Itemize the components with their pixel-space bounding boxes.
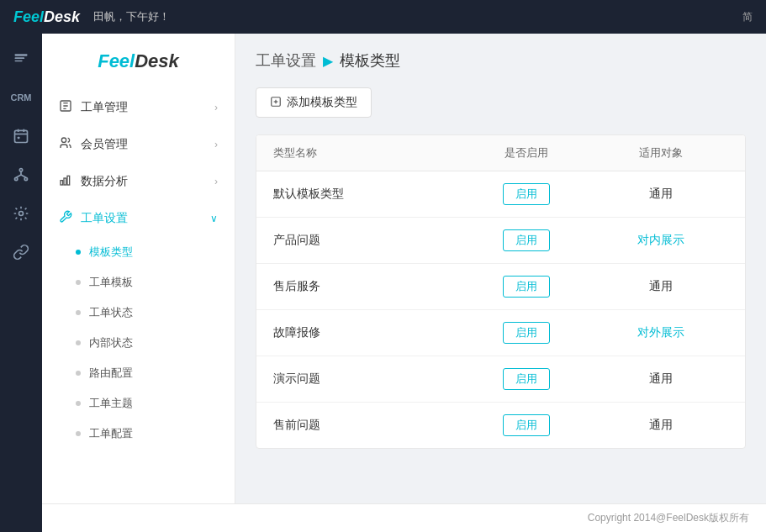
row-name-5: 售前问题 — [273, 418, 459, 433]
svg-rect-7 — [18, 137, 19, 140]
row-enabled-3: 启用 — [459, 322, 594, 344]
sub-nav-label-routing-config: 路由配置 — [89, 366, 133, 381]
top-bar-right: 简 — [742, 10, 753, 24]
table-row: 售前问题 启用 通用 — [256, 403, 745, 448]
breadcrumb-parent: 工单设置 — [256, 50, 316, 71]
sub-nav-label-ticket-config: 工单配置 — [89, 426, 133, 441]
sub-nav: 模板类型 工单模板 工单状态 内部状态 路由配置 工单主题 — [42, 237, 235, 449]
status-badge-0[interactable]: 启用 — [503, 183, 550, 205]
sidebar-icon-calendar[interactable] — [4, 119, 38, 153]
member-mgmt-icon — [59, 136, 72, 153]
dot-routing-config — [76, 371, 81, 376]
row-enabled-0: 启用 — [459, 183, 594, 205]
nav-item-ticket-mgmt[interactable]: 工单管理 › — [42, 89, 235, 126]
sub-nav-ticket-status[interactable]: 工单状态 — [42, 298, 235, 328]
dot-template-type — [76, 250, 81, 255]
svg-rect-0 — [15, 54, 28, 56]
icon-sidebar: CRM — [0, 34, 42, 532]
breadcrumb: 工单设置 ▶ 模板类型 — [256, 50, 746, 71]
row-enabled-4: 启用 — [459, 368, 594, 390]
nav-arrow-ticket-mgmt: › — [214, 102, 218, 113]
status-badge-4[interactable]: 启用 — [503, 368, 550, 390]
left-nav-panel: ​FeelDesk 工单管理 › 会员管理 › 数据分析 › — [42, 34, 235, 532]
row-enabled-2: 启用 — [459, 276, 594, 298]
ticket-settings-icon — [59, 210, 72, 227]
svg-point-10 — [24, 177, 27, 180]
nav-arrow-member-mgmt: › — [214, 139, 218, 150]
left-nav-logo: ​FeelDesk — [42, 50, 235, 72]
svg-rect-2 — [15, 61, 23, 62]
data-analysis-icon — [59, 173, 72, 190]
svg-rect-19 — [67, 176, 70, 185]
svg-rect-3 — [15, 130, 28, 142]
sidebar-icon-settings[interactable] — [4, 197, 38, 230]
add-button-label: 添加模板类型 — [287, 95, 357, 110]
status-badge-1[interactable]: 启用 — [503, 229, 550, 251]
dot-ticket-theme — [76, 401, 81, 406]
nav-arrow-data-analysis: › — [214, 176, 218, 187]
sub-nav-routing-config[interactable]: 路由配置 — [42, 358, 235, 388]
breadcrumb-separator: ▶ — [323, 53, 333, 69]
table-row: 故障报修 启用 对外展示 — [256, 310, 745, 356]
sub-nav-ticket-config[interactable]: 工单配置 — [42, 419, 235, 449]
nav-arrow-ticket-settings: ∨ — [210, 213, 218, 224]
sub-nav-label-ticket-status: 工单状态 — [89, 305, 133, 320]
content-area: 工单设置 ▶ 模板类型 添加模板类型 类型名称 是否启用 适用对象 默认模板类型… — [235, 34, 766, 532]
footer: Copyright 2014@FeelDesk版权所有 — [42, 503, 766, 532]
sidebar-icon-link[interactable] — [4, 235, 38, 269]
nav-label-data-analysis: 数据分析 — [81, 174, 214, 189]
svg-point-8 — [19, 169, 22, 171]
sub-nav-template-type[interactable]: 模板类型 — [42, 237, 235, 267]
status-badge-2[interactable]: 启用 — [503, 276, 550, 298]
nav-label-ticket-mgmt: 工单管理 — [81, 100, 214, 115]
sub-nav-ticket-template[interactable]: 工单模板 — [42, 267, 235, 298]
sub-nav-internal-status[interactable]: 内部状态 — [42, 328, 235, 358]
row-enabled-5: 启用 — [459, 414, 594, 436]
sub-nav-ticket-theme[interactable]: 工单主题 — [42, 388, 235, 419]
sub-nav-label-ticket-theme: 工单主题 — [89, 396, 133, 411]
svg-point-14 — [19, 212, 24, 216]
table-row: 演示问题 启用 通用 — [256, 356, 745, 403]
status-badge-5[interactable]: 启用 — [503, 414, 550, 436]
sub-nav-label-ticket-template: 工单模板 — [89, 275, 133, 290]
nav-item-data-analysis[interactable]: 数据分析 › — [42, 163, 235, 200]
row-name-2: 售后服务 — [273, 279, 459, 294]
footer-text: Copyright 2014@FeelDesk版权所有 — [588, 512, 749, 524]
sidebar-icon-crm[interactable]: CRM — [4, 81, 38, 114]
table-row: 售后服务 启用 通用 — [256, 264, 745, 310]
table-header: 类型名称 是否启用 适用对象 — [256, 135, 745, 171]
nav-item-ticket-settings[interactable]: 工单设置 ∨ — [42, 200, 235, 237]
dot-ticket-status — [76, 310, 81, 315]
row-name-3: 故障报修 — [273, 325, 459, 340]
add-template-type-button[interactable]: 添加模板类型 — [256, 87, 372, 118]
sidebar-icon-org[interactable] — [4, 158, 38, 192]
main-layout: ​FeelDesk 工单管理 › 会员管理 › 数据分析 › — [0, 34, 766, 532]
breadcrumb-current: 模板类型 — [340, 50, 400, 71]
row-scope-4: 通用 — [594, 371, 728, 387]
row-scope-0: 通用 — [594, 187, 728, 202]
svg-line-13 — [21, 175, 26, 177]
top-bar: ​FeelDesk 田帆，下午好！ 简 — [0, 0, 766, 34]
dot-internal-status — [76, 340, 81, 345]
svg-point-16 — [61, 138, 66, 142]
svg-rect-17 — [61, 181, 63, 185]
sidebar-icon-ticket[interactable] — [4, 42, 38, 76]
status-badge-3[interactable]: 启用 — [503, 322, 550, 344]
sub-nav-label-internal-status: 内部状态 — [89, 335, 133, 350]
table-row: 默认模板类型 启用 通用 — [256, 171, 745, 218]
svg-rect-18 — [64, 178, 66, 185]
top-bar-greeting: 田帆，下午好！ — [93, 9, 170, 24]
add-icon — [270, 96, 282, 110]
nav-item-member-mgmt[interactable]: 会员管理 › — [42, 126, 235, 163]
svg-point-9 — [15, 177, 18, 180]
row-name-4: 演示问题 — [273, 371, 459, 387]
row-scope-2: 通用 — [594, 279, 728, 294]
nav-label-member-mgmt: 会员管理 — [81, 137, 214, 152]
row-name-1: 产品问题 — [273, 233, 459, 248]
ticket-mgmt-icon — [59, 99, 72, 116]
row-scope-1: 对内展示 — [594, 233, 728, 248]
data-table: 类型名称 是否启用 适用对象 默认模板类型 启用 通用 产品问题 启用 对内展示… — [256, 134, 746, 449]
table-row: 产品问题 启用 对内展示 — [256, 218, 745, 264]
svg-line-12 — [16, 175, 21, 177]
row-scope-3: 对外展示 — [594, 325, 728, 340]
